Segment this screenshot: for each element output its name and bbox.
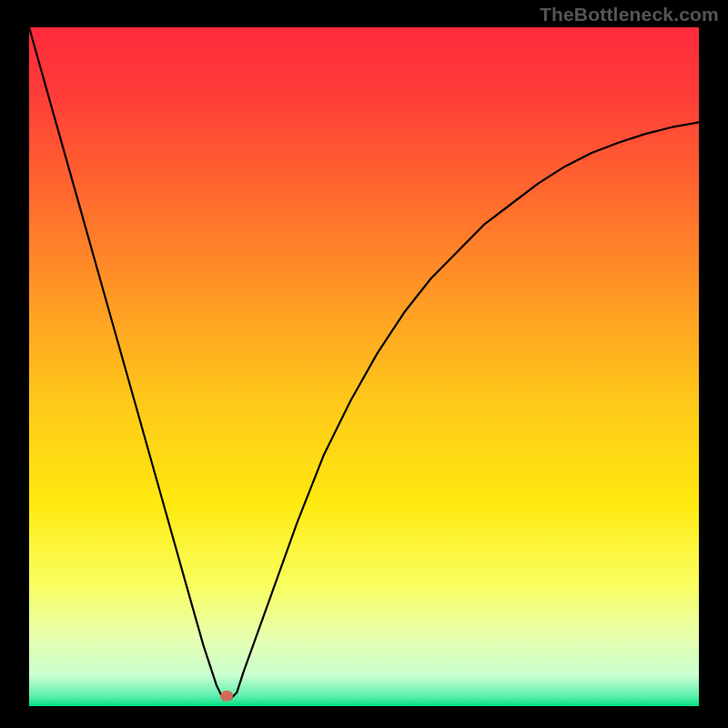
chart-stage: TheBottleneck.com bbox=[0, 0, 728, 728]
bottleneck-chart bbox=[0, 0, 728, 728]
watermark-text: TheBottleneck.com bbox=[540, 4, 719, 25]
plot-area bbox=[29, 27, 699, 706]
minimum-marker bbox=[220, 691, 233, 702]
